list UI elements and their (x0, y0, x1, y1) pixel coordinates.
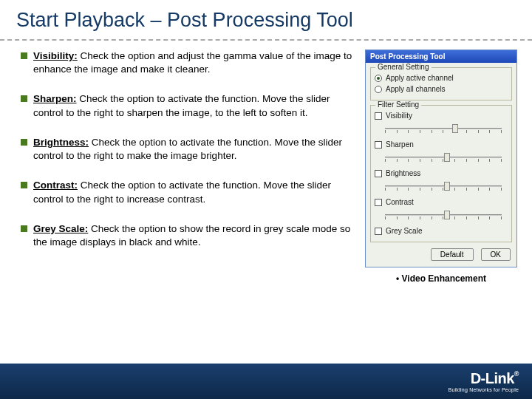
slider-visibility[interactable] (385, 123, 508, 134)
page-title: Start Playback – Post Processing Tool (0, 0, 532, 32)
list-item: Brightness: Check the option to activate… (21, 136, 356, 163)
post-processing-window: Post Processing Tool General Setting App… (365, 50, 517, 267)
slider-contrast[interactable] (385, 209, 508, 221)
bullet-icon (21, 182, 27, 188)
footer-bar: D-Link® Building Networks for People (0, 364, 532, 399)
slider-brightness[interactable] (385, 180, 508, 192)
radio-apply-active[interactable]: Apply active channel (375, 74, 508, 82)
group-label: General Setting (375, 63, 432, 71)
checkbox-contrast[interactable]: Contrast (375, 198, 508, 206)
window-titlebar: Post Processing Tool (366, 50, 516, 63)
checkbox-brightness[interactable]: Brightness (375, 169, 508, 177)
list-item: Contrast: Check the option to activate t… (21, 179, 356, 205)
bullet-icon (21, 139, 27, 146)
dlink-logo: D-Link® Building Networks for People (449, 370, 519, 392)
radio-apply-all[interactable]: Apply all channels (375, 85, 508, 93)
list-item: Sharpen: Check the option to activate th… (21, 92, 356, 119)
bullet-icon (21, 95, 27, 102)
checkbox-sharpen[interactable]: Sharpen (375, 140, 508, 149)
checkbox-greyscale[interactable]: Grey Scale (375, 227, 508, 235)
bullet-icon (21, 225, 27, 232)
filter-setting-group: Filter Setting Visibility Sharpen Bright… (370, 105, 512, 242)
list-item: Grey Scale: Check the option to show the… (21, 222, 356, 249)
screenshot-caption: Video Enhancement (365, 273, 517, 284)
checkbox-icon (375, 228, 382, 235)
checkbox-visibility[interactable]: Visibility (375, 112, 508, 120)
checkbox-icon (375, 199, 382, 206)
checkbox-icon (375, 170, 382, 177)
group-label: Filter Setting (375, 100, 421, 109)
bullet-icon (21, 52, 27, 59)
checkbox-icon (375, 112, 382, 120)
radio-icon (375, 75, 382, 82)
radio-icon (375, 86, 382, 93)
general-setting-group: General Setting Apply active channel App… (370, 67, 512, 100)
slider-sharpen[interactable] (385, 151, 508, 163)
list-item: Visibility: Check the option and adjust … (21, 50, 356, 76)
default-button[interactable]: Default (431, 248, 474, 261)
checkbox-icon (375, 141, 382, 149)
bullet-list: Visibility: Check the option and adjust … (21, 50, 356, 284)
ok-button[interactable]: OK (481, 248, 511, 261)
